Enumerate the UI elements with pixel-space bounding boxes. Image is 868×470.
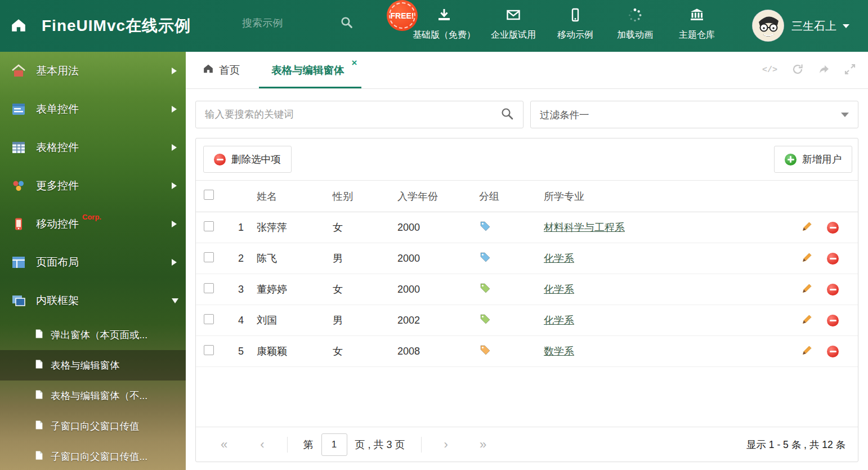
delete-selected-button[interactable]: 删除选中项 (203, 146, 292, 173)
share-forward-icon[interactable] (818, 63, 830, 78)
select-all-checkbox[interactable] (204, 190, 214, 200)
major-link[interactable]: 化学系 (544, 315, 574, 326)
delete-row-icon[interactable] (827, 284, 839, 296)
major-link[interactable]: 数学系 (544, 346, 574, 357)
file-icon (35, 329, 43, 342)
major-link[interactable]: 化学系 (544, 284, 574, 295)
table-row: 1 张萍萍 女 2000 材料科学与工程系 (196, 212, 858, 243)
phone-icon (11, 217, 27, 231)
sidebar-subitem-child-to-parent[interactable]: 子窗口向父窗口传值 (0, 411, 186, 441)
last-page-icon[interactable]: » (480, 438, 486, 451)
record-count-summary: 显示 1 - 5 条 , 共 12 条 (746, 438, 845, 451)
tab-grid-edit-window[interactable]: 表格与编辑窗体 × (259, 52, 361, 88)
page-number-input[interactable] (321, 433, 347, 456)
row-checkbox[interactable] (204, 221, 214, 231)
sidebar-item-label: 基本用法 (36, 64, 79, 78)
table-row: 2 陈飞 男 2000 化学系 (196, 243, 858, 274)
delete-row-icon[interactable] (827, 315, 839, 326)
prev-page-icon[interactable]: ‹ (260, 438, 264, 451)
edit-pencil-icon[interactable] (801, 220, 813, 235)
sidebar-item-label: 更多控件 (36, 178, 79, 193)
search-icon[interactable] (500, 107, 514, 123)
delete-row-icon[interactable] (827, 253, 839, 265)
row-index: 3 (227, 284, 254, 296)
tab-bar: 首页 表格与编辑窗体 × </> (186, 52, 868, 89)
cell-gender: 女 (330, 283, 395, 296)
row-checkbox[interactable] (204, 283, 214, 293)
column-header-gender: 性别 (330, 190, 395, 203)
nav-theme-store[interactable]: 主题仓库 (665, 7, 729, 41)
sidebar-subitem-grid-edit-window-2[interactable]: 表格与编辑窗体（不... (0, 381, 186, 411)
avatar[interactable] (752, 10, 784, 42)
keyword-search-input[interactable] (205, 109, 500, 120)
next-page-icon[interactable]: › (444, 438, 448, 451)
home-icon[interactable] (10, 17, 27, 36)
delete-row-icon[interactable] (827, 346, 839, 357)
add-user-button[interactable]: 新增用户 (774, 146, 852, 173)
sidebar-subitem-child-to-parent-2[interactable]: 子窗口向父窗口传值... (0, 441, 186, 470)
tag-icon (477, 344, 542, 359)
sidebar-subitem-grid-edit-window[interactable]: 表格与编辑窗体 (0, 350, 186, 381)
divider (287, 437, 288, 453)
major-link[interactable]: 材料科学与工程系 (544, 222, 625, 233)
tab-home[interactable]: 首页 (203, 63, 240, 77)
major-link[interactable]: 化学系 (544, 253, 574, 264)
row-index: 1 (227, 222, 254, 234)
nav-loading-animation[interactable]: 加载动画 (605, 7, 665, 41)
nav-enterprise-trial[interactable]: 企业版试用 (481, 7, 545, 41)
delete-row-icon[interactable] (827, 222, 839, 234)
row-checkbox[interactable] (204, 345, 214, 355)
tag-icon (477, 220, 542, 235)
filter-dropdown[interactable]: 过滤条件一 (530, 101, 858, 128)
tag-icon (477, 282, 542, 297)
filter-row: 过滤条件一 (195, 101, 858, 128)
tag-icon (477, 251, 542, 266)
nav-basic-edition[interactable]: 基础版（免费） (407, 7, 481, 41)
main-content: 首页 表格与编辑窗体 × </> (186, 52, 868, 470)
search-icon[interactable] (340, 16, 353, 31)
header-search (242, 16, 353, 31)
nav-label: 企业版试用 (491, 29, 536, 41)
cell-year: 2008 (395, 346, 477, 357)
refresh-icon[interactable] (791, 63, 804, 78)
sidebar-subitem-label: 表格与编辑窗体（不... (51, 389, 147, 402)
sidebar-item-label: 表格控件 (36, 140, 79, 155)
tab-home-label: 首页 (219, 63, 240, 77)
source-code-icon[interactable]: </> (762, 65, 777, 75)
cell-name: 陈飞 (254, 252, 330, 265)
sidebar-subitem-popup-window[interactable]: 弹出窗体（本页面或... (0, 320, 186, 350)
user-name: 三生石上 (791, 19, 836, 34)
layout-icon (11, 255, 27, 270)
sidebar-item-iframe[interactable]: 内联框架 (0, 281, 186, 320)
row-checkbox[interactable] (204, 252, 214, 262)
sidebar-item-more-controls[interactable]: 更多控件 (0, 167, 186, 205)
sidebar-item-page-layout[interactable]: 页面布局 (0, 243, 186, 281)
divider (421, 437, 422, 453)
file-icon (35, 359, 43, 372)
user-menu[interactable]: 三生石上 (791, 19, 849, 34)
file-icon (35, 450, 43, 463)
edit-pencil-icon[interactable] (801, 282, 813, 297)
edit-pencil-icon[interactable] (801, 313, 813, 328)
sidebar-item-mobile-controls[interactable]: 移动控件 Corp. (0, 205, 186, 243)
edit-pencil-icon[interactable] (801, 251, 813, 266)
corp-badge: Corp. (82, 213, 101, 221)
row-checkbox[interactable] (204, 314, 214, 324)
header-search-input[interactable] (242, 17, 332, 29)
tab-close-icon[interactable]: × (352, 58, 357, 68)
tag-icon (477, 313, 542, 328)
free-badge-text: FREE! (391, 11, 414, 20)
sidebar-item-grid-controls[interactable]: 表格控件 (0, 128, 186, 167)
nav-label: 主题仓库 (679, 29, 715, 41)
chevron-right-icon (172, 182, 177, 189)
cell-gender: 女 (330, 221, 395, 234)
nav-mobile-demo[interactable]: 移动示例 (545, 7, 605, 41)
nav-label: 加载动画 (617, 29, 653, 41)
mobile-icon (567, 7, 583, 25)
sidebar-item-basic-usage[interactable]: 基本用法 (0, 52, 186, 90)
sidebar-item-label: 页面布局 (36, 255, 79, 270)
first-page-icon[interactable]: « (221, 438, 227, 451)
sidebar-item-form-controls[interactable]: 表单控件 (0, 90, 186, 128)
expand-icon[interactable] (844, 64, 856, 77)
edit-pencil-icon[interactable] (801, 344, 813, 359)
